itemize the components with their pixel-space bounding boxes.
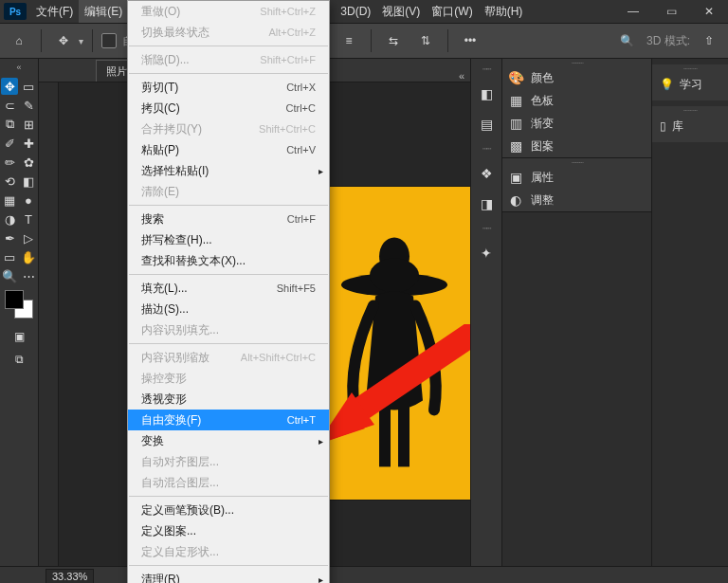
- tab-bar-collapse-icon[interactable]: «: [453, 70, 470, 82]
- window-minimize[interactable]: ―: [614, 0, 652, 23]
- menu-purge[interactable]: 清理(R): [128, 569, 329, 583]
- pen-tool[interactable]: ✒: [1, 229, 18, 246]
- menu-free-transform[interactable]: 自由变换(F)Ctrl+T: [128, 410, 329, 430]
- panel-patterns[interactable]: ▩图案: [502, 135, 651, 157]
- blur-tool[interactable]: ●: [20, 191, 37, 209]
- panel-color[interactable]: 🎨颜色: [502, 66, 651, 89]
- window-maximize[interactable]: ▭: [652, 0, 690, 23]
- menu-paste[interactable]: 粘贴(P)Ctrl+V: [128, 139, 329, 160]
- edit-toolbar[interactable]: ⋯: [20, 267, 37, 284]
- layers-panel-icon[interactable]: ❖: [476, 163, 497, 184]
- channels-panel-icon[interactable]: ◨: [476, 193, 497, 214]
- brush-tool[interactable]: ✏: [1, 154, 18, 171]
- frame-tool[interactable]: ⊞: [20, 116, 37, 133]
- menu-clear[interactable]: 清除(E): [128, 181, 329, 202]
- menu-window[interactable]: 窗口(W): [426, 0, 478, 23]
- menu-define-shape[interactable]: 定义自定形状...: [128, 541, 329, 562]
- menu-auto-align[interactable]: 自动对齐图层...: [128, 451, 329, 472]
- menu-perspective-warp[interactable]: 透视变形: [128, 389, 329, 410]
- menu-paste-special[interactable]: 选择性粘贴(I): [128, 160, 329, 181]
- heal-tool[interactable]: ✚: [20, 135, 37, 152]
- properties-icon: ▣: [508, 170, 523, 185]
- share-icon[interactable]: ⇧: [696, 27, 722, 54]
- menu-content-scale[interactable]: 内容识别缩放Alt+Shift+Ctrl+C: [128, 347, 329, 368]
- menu-cut[interactable]: 剪切(T)Ctrl+X: [128, 77, 329, 98]
- screenmode-icon[interactable]: ⧉: [10, 351, 27, 368]
- foreground-color[interactable]: [5, 290, 24, 309]
- zoom-value[interactable]: 33.33%: [46, 569, 94, 583]
- menu-content-fill[interactable]: 内容识别填充...: [128, 319, 329, 340]
- menu-stroke[interactable]: 描边(S)...: [128, 299, 329, 319]
- menu-auto-blend[interactable]: 自动混合图层...: [128, 472, 329, 493]
- menu-search[interactable]: 搜索Ctrl+F: [128, 209, 329, 229]
- quickmask-icon[interactable]: ▣: [10, 328, 27, 345]
- menu-redo[interactable]: 重做(O)Shift+Ctrl+Z: [128, 1, 329, 22]
- history-brush-tool[interactable]: ⟲: [1, 173, 18, 190]
- crop-tool[interactable]: ⧉: [1, 116, 18, 133]
- menu-file[interactable]: 文件(F): [30, 0, 79, 23]
- gradient-icon: ▥: [508, 116, 523, 131]
- ruler-icon: [39, 82, 59, 566]
- panel-swatches[interactable]: ▦色板: [502, 89, 651, 112]
- type-tool[interactable]: T: [20, 210, 37, 228]
- panel-learn[interactable]: 💡学习: [652, 72, 728, 97]
- quick-select-tool[interactable]: ✎: [20, 97, 37, 114]
- color-panel-icon[interactable]: ◧: [476, 83, 497, 104]
- hand-tool[interactable]: ✋: [20, 248, 37, 265]
- menu-find-replace[interactable]: 查找和替换文本(X)...: [128, 250, 329, 271]
- pattern-icon: ▩: [508, 138, 523, 154]
- panel-gradients[interactable]: ▥渐变: [502, 112, 651, 135]
- eyedropper-tool[interactable]: ✐: [1, 135, 18, 152]
- menu-define-brush[interactable]: 定义画笔预设(B)...: [128, 500, 329, 520]
- menu-bar: Ps 文件(F) 编辑(E) 3D(D) 视图(V) 窗口(W) 帮助(H) ―…: [0, 0, 728, 24]
- svg-rect-4: [398, 391, 410, 466]
- silhouette-figure: [328, 229, 461, 476]
- color-swatches[interactable]: [5, 290, 33, 319]
- window-close[interactable]: ✕: [690, 0, 728, 23]
- eraser-tool[interactable]: ◧: [20, 173, 37, 190]
- lasso-tool[interactable]: ⊂: [1, 97, 18, 114]
- menu-copy-merged[interactable]: 合并拷贝(Y)Shift+Ctrl+C: [128, 118, 329, 139]
- path-select-tool[interactable]: ▷: [20, 229, 37, 246]
- menu-edit[interactable]: 编辑(E): [79, 0, 128, 23]
- menu-toggle-last[interactable]: 切换最终状态Alt+Ctrl+Z: [128, 22, 329, 43]
- menu-help[interactable]: 帮助(H): [479, 0, 529, 23]
- menu-spell[interactable]: 拼写检查(H)...: [128, 229, 329, 250]
- stamp-tool[interactable]: ✿: [20, 154, 37, 171]
- zoom-tool[interactable]: 🔍: [1, 267, 18, 284]
- menu-transform[interactable]: 变换: [128, 430, 329, 451]
- menu-puppet-warp[interactable]: 操控变形: [128, 368, 329, 389]
- paths-panel-icon[interactable]: ✦: [476, 243, 497, 264]
- distribute-v-icon[interactable]: ⇅: [412, 27, 439, 54]
- marquee-tool[interactable]: ▭: [20, 78, 37, 95]
- menu-view[interactable]: 视图(V): [376, 0, 426, 23]
- panel-group-grip[interactable]: ┄┄┄: [502, 158, 651, 166]
- move-tool[interactable]: ✥: [1, 78, 18, 95]
- more-icon[interactable]: •••: [457, 27, 483, 54]
- panel-properties[interactable]: ▣属性: [502, 166, 651, 189]
- panel-group-grip[interactable]: ┄┄┄: [502, 59, 651, 66]
- align-bottom-icon[interactable]: ≡: [336, 27, 362, 54]
- gradient-tool[interactable]: ▦: [1, 191, 18, 209]
- svg-rect-3: [379, 391, 391, 466]
- menu-fill[interactable]: 填充(L)...Shift+F5: [128, 278, 329, 299]
- panel-adjustments[interactable]: ◐调整: [502, 189, 651, 211]
- palette-icon: 🎨: [508, 70, 523, 85]
- panel-grip-icon[interactable]: ┄┄: [482, 64, 490, 74]
- panel-libraries[interactable]: ▯库: [652, 114, 728, 138]
- distribute-h-icon[interactable]: ⇆: [380, 27, 407, 54]
- toolbox-collapse-icon[interactable]: «: [4, 61, 34, 74]
- dodge-tool[interactable]: ◑: [1, 210, 18, 228]
- search-icon[interactable]: 🔍: [614, 27, 641, 54]
- swatches-panel-icon[interactable]: ▤: [476, 114, 497, 135]
- menu-copy[interactable]: 拷贝(C)Ctrl+C: [128, 98, 329, 118]
- move-tool-icon[interactable]: ✥: [50, 27, 77, 54]
- menu-3d[interactable]: 3D(D): [335, 0, 376, 23]
- panels-column-left: ┄┄ ◧ ▤ ┄┄ ❖ ◨ ┄┄ ✦ ┄┄┄ 🎨颜色 ▦色板 ▥渐变 ▩图案 ┄…: [470, 59, 651, 566]
- autoselect-checkbox[interactable]: [101, 33, 117, 48]
- shape-tool[interactable]: ▭: [1, 248, 18, 265]
- menu-define-pattern[interactable]: 定义图案...: [128, 520, 329, 541]
- home-icon[interactable]: ⌂: [6, 27, 32, 54]
- adjustments-icon: ◐: [508, 192, 523, 208]
- menu-fade[interactable]: 渐隐(D)...Shift+Ctrl+F: [128, 49, 329, 70]
